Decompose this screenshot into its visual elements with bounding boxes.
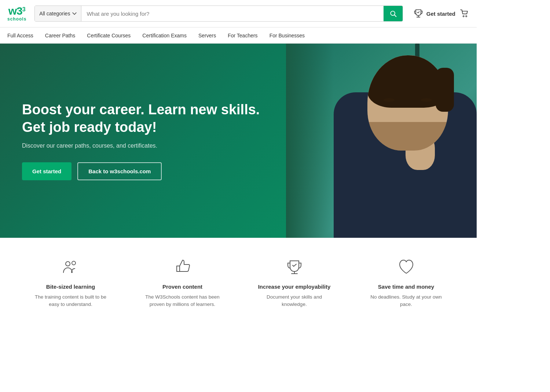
- feature-bite-sized: Bite-sized learning The training content…: [30, 256, 111, 308]
- feature-title-employ: Increase your employability: [258, 284, 331, 290]
- get-started-header-label[interactable]: Get started: [426, 11, 455, 17]
- feature-desc-bite: The training content is built to be easy…: [30, 293, 111, 308]
- svg-line-1: [395, 15, 396, 17]
- svg-point-3: [463, 16, 464, 17]
- hero-back-button[interactable]: Back to w3schools.com: [77, 162, 162, 180]
- logo[interactable]: w3 3 schools: [7, 5, 26, 22]
- header-right: Get started: [413, 8, 469, 19]
- nav-item-full-access[interactable]: Full Access: [7, 27, 39, 44]
- feature-proven: Proven content The W3Schools content has…: [142, 256, 223, 308]
- heart-icon: [395, 256, 417, 278]
- svg-point-4: [466, 16, 467, 17]
- search-input[interactable]: [81, 6, 383, 21]
- people-icon: [60, 256, 82, 278]
- feature-desc-employ: Document your skills and knowledge.: [254, 293, 335, 308]
- feature-desc-proven: The W3Schools content has been proven by…: [142, 293, 223, 308]
- nav-item-career-paths[interactable]: Career Paths: [39, 27, 81, 44]
- main-nav: Full Access Career Paths Certificate Cou…: [0, 27, 477, 44]
- search-button[interactable]: [384, 6, 403, 21]
- logo-schools-text: schools: [7, 16, 26, 22]
- nav-item-certificate-courses[interactable]: Certificate Courses: [81, 27, 136, 44]
- thumbsup-icon: [172, 256, 194, 278]
- hero-image: [286, 44, 477, 238]
- nav-item-servers[interactable]: Servers: [192, 27, 222, 44]
- trophy-feature-icon: [283, 256, 305, 278]
- feature-title-save: Save time and money: [378, 284, 434, 290]
- feature-employability: Increase your employability Document you…: [254, 256, 335, 308]
- hero-title: Boost your career. Learn new skills. Get…: [22, 101, 264, 136]
- hero-content: Boost your career. Learn new skills. Get…: [0, 44, 286, 238]
- category-dropdown[interactable]: All categories: [35, 6, 81, 21]
- feature-desc-save: No deadlines. Study at your own pace.: [366, 293, 447, 308]
- trophy-header-icon: [413, 8, 423, 19]
- feature-title-proven: Proven content: [162, 284, 202, 290]
- feature-title-bite: Bite-sized learning: [46, 284, 95, 290]
- logo-w3-text: w3: [8, 5, 22, 16]
- category-label: All categories: [39, 11, 70, 16]
- search-bar: All categories: [34, 5, 403, 22]
- logo-superscript: 3: [22, 6, 26, 13]
- svg-point-6: [72, 261, 76, 265]
- header: w3 3 schools All categories Get started: [0, 0, 477, 27]
- hero-buttons: Get started Back to w3schools.com: [22, 162, 264, 180]
- hero-section: Boost your career. Learn new skills. Get…: [0, 44, 477, 238]
- feature-save: Save time and money No deadlines. Study …: [366, 256, 447, 308]
- nav-item-for-businesses[interactable]: For Businesses: [264, 27, 311, 44]
- chevron-down-icon: [72, 11, 77, 16]
- hero-get-started-button[interactable]: Get started: [22, 162, 72, 180]
- nav-item-certification-exams[interactable]: Certification Exams: [136, 27, 192, 44]
- features-section: Bite-sized learning The training content…: [0, 238, 477, 327]
- cart-icon[interactable]: [460, 9, 469, 18]
- nav-item-for-teachers[interactable]: For Teachers: [222, 27, 263, 44]
- hero-subtitle: Discover our career paths, courses, and …: [22, 143, 264, 149]
- svg-point-5: [66, 262, 70, 266]
- search-icon: [389, 10, 397, 17]
